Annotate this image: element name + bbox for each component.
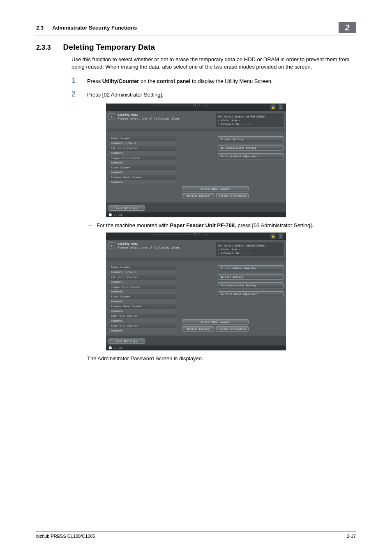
page-footer: bizhub PRESS C1100/C1085 2-17	[36, 532, 356, 539]
perfect-bind-counter-button[interactable]: Perfect Bind Counter	[182, 186, 249, 191]
step-2-text: Press [02 Administrator Setting].	[87, 92, 164, 98]
table-row: 00000000	[108, 170, 176, 175]
clock-time: 14:38	[114, 346, 122, 350]
section-title-line: 2.3 Administrator Security Functions	[36, 25, 137, 31]
administrator-setting-button[interactable]: 02 Administrator Setting	[218, 145, 284, 151]
lock-icon[interactable]: 🔒	[270, 233, 276, 239]
statusbar: 🕒 14:38	[106, 212, 286, 217]
table-row: Black Counter	[108, 165, 176, 170]
subsection-number: 2.3.3	[36, 44, 51, 51]
step-2-number: 2	[71, 90, 78, 99]
step-2: 2 Press [02 Administrator Setting].	[71, 90, 356, 99]
table-row: Copy Total Counter	[108, 313, 176, 318]
counters-panel: Total Counter 00000009 11/06/12 Full Col…	[108, 136, 176, 184]
serial-panel: M/C Serial Number: A57R011000011 < Admin…	[216, 113, 284, 127]
bottom-button-group: Perfect Bind Counter Details Counter Sys…	[182, 319, 249, 332]
table-row: Full Color Counter	[108, 146, 176, 151]
counters-panel: Total Counter 00000005 11/06/13 Full Col…	[108, 265, 176, 333]
table-row: 00000009	[108, 151, 176, 156]
info-icon: i	[108, 113, 115, 120]
note-line: → For the machine mounted with Paper Fee…	[87, 222, 356, 228]
step-1: 1 Press Utility/Counter on the control p…	[71, 76, 356, 85]
intro-paragraph: Use this function to select whether or n…	[71, 56, 356, 71]
perfect-bind-counter-button[interactable]: Perfect Bind Counter	[182, 319, 249, 325]
arrow-icon: →	[87, 222, 92, 228]
table-row: 00000000	[108, 160, 176, 165]
help-icon[interactable]: ?	[278, 104, 284, 110]
header-band: i Utility Menu Please select one of foll…	[106, 240, 286, 258]
table-row: 00000000	[108, 328, 176, 333]
table-row: Full Color Counter	[108, 275, 176, 280]
header-text: Utility Menu Please select one of follow…	[118, 113, 180, 121]
menu-panel: 01 User Setting 02 Administrator Setting…	[218, 136, 284, 184]
chapter-badge: 2	[339, 22, 356, 33]
page-header: 2.3 Administrator Security Functions 2	[36, 20, 356, 35]
table-row: Black Counter	[108, 294, 176, 299]
topbar-title: Utility	[151, 233, 241, 240]
exit-button[interactable]: Exit [Utility]	[108, 339, 145, 344]
table-row: 00000000	[108, 289, 176, 294]
table-row: 00000009 11/06/12	[108, 141, 176, 146]
clock-icon: 🕒	[108, 346, 112, 350]
user-setting-button[interactable]: 02 User Setting	[218, 274, 284, 280]
footer-band: Exit [Utility]	[106, 203, 286, 212]
exit-button[interactable]: Exit [Utility]	[108, 205, 145, 211]
table-row: 00000005 11/06/13	[108, 270, 176, 275]
table-row: Single Color Counter	[108, 285, 176, 290]
statusbar: 🕒 14:38	[106, 345, 286, 350]
section-title: Administrator Security Functions	[52, 25, 137, 31]
user-setting-button[interactable]: 01 User Setting	[218, 136, 284, 142]
table-row: Printer Total Counter	[108, 175, 176, 180]
note-text: For the machine mounted with Paper Feede…	[97, 222, 313, 228]
subsection-title: Deleting Temporary Data	[63, 43, 155, 52]
header-band: i Utility Menu Please select one of foll…	[106, 111, 286, 129]
clock-icon: 🕒	[108, 213, 112, 216]
topbar: Utility 🔒 ?	[106, 104, 286, 111]
table-row: Total Counter	[108, 265, 176, 270]
help-icon[interactable]: ?	[278, 233, 284, 239]
subsection-heading: 2.3.3 Deleting Temporary Data	[36, 43, 356, 52]
system-information-button[interactable]: System Information	[216, 326, 249, 332]
info-icon: i	[108, 242, 115, 249]
administrator-setting-button[interactable]: 03 Administrator Setting	[218, 282, 284, 288]
topbar-title: Utility	[151, 104, 241, 111]
footer-band: Exit [Utility]	[106, 336, 286, 345]
table-row: Printer Total Counter	[108, 304, 176, 309]
product-name: bizhub PRESS C1100/C1085	[36, 534, 95, 539]
system-information-button[interactable]: System Information	[216, 193, 249, 198]
bottom-button-group: Perfect Bind Counter Details Counter Sys…	[182, 186, 249, 198]
table-row: Single Color Counter	[108, 156, 176, 161]
topbar: Utility 🔒 ?	[106, 233, 286, 240]
table-row: 00000005	[108, 318, 176, 323]
page-number: 2-17	[347, 534, 356, 539]
clock-time: 14:38	[114, 213, 122, 216]
body: Total Counter 00000009 11/06/12 Full Col…	[106, 129, 286, 203]
touch-panel-adjustment-button[interactable]: 04 Touch Panel Adjustment	[218, 291, 284, 297]
table-row: 00000000	[108, 299, 176, 304]
table-row: 00000005	[108, 280, 176, 285]
step-1-number: 1	[71, 76, 78, 85]
utility-screenshot-1: Utility 🔒 ? i Utility Menu Please select…	[106, 104, 286, 217]
utility-screenshot-2: Utility 🔒 ? i Utility Menu Please select…	[106, 233, 286, 350]
touch-panel-adjustment-button[interactable]: 03 Touch Panel Adjustment	[218, 153, 284, 159]
follow-paragraph: The Administrator Password Screen is dis…	[87, 355, 356, 362]
table-row: Scan Total Counter	[108, 323, 176, 328]
details-counter-button[interactable]: Details Counter	[182, 193, 214, 198]
header-text: Utility Menu Please select one of follow…	[118, 242, 180, 250]
lock-icon[interactable]: 🔒	[270, 104, 276, 110]
table-row: Total Counter	[108, 136, 176, 141]
details-counter-button[interactable]: Details Counter	[182, 326, 214, 332]
serial-panel: M/C Serial Number: A5DU011000011 < Admin…	[216, 242, 284, 256]
table-row: 00000000	[108, 180, 176, 185]
step-1-text: Press Utility/Counter on the control pan…	[87, 78, 273, 84]
section-number: 2.3	[36, 25, 44, 31]
body: Total Counter 00000005 11/06/13 Full Col…	[106, 258, 286, 335]
scan-address-register-button[interactable]: 01 Scan Address Register	[218, 265, 284, 271]
table-row: 00000000	[108, 309, 176, 314]
